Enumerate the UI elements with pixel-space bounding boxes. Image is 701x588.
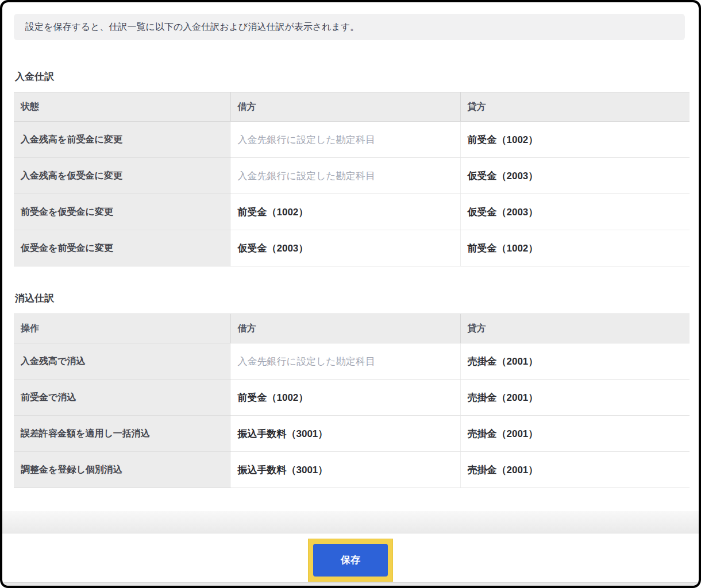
operation-cell: 調整金を登録し個別消込 bbox=[14, 452, 230, 488]
table-row: 前受金を仮受金に変更 前受金（1002） 仮受金（2003） bbox=[14, 194, 690, 230]
table-row: 入金残高を前受金に変更 入金先銀行に設定した勘定科目 前受金（1002） bbox=[14, 122, 690, 158]
settings-confirmation-page: 設定を保存すると、仕訳一覧に以下の入金仕訳および消込仕訳が表示されます。 入金仕… bbox=[0, 0, 701, 588]
operation-cell: 誤差許容金額を適用し一括消込 bbox=[14, 416, 230, 452]
section-title-deposit-journal: 入金仕訳 bbox=[15, 71, 685, 83]
debit-cell: 入金先銀行に設定した勘定科目 bbox=[230, 343, 460, 380]
table-row: 前受金で消込 前受金（1002） 売掛金（2001） bbox=[14, 380, 690, 416]
column-header-operation: 操作 bbox=[14, 314, 230, 343]
credit-cell: 売掛金（2001） bbox=[460, 452, 690, 488]
debit-cell: 振込手数料（3001） bbox=[230, 416, 460, 452]
table-row: 入金残高で消込 入金先銀行に設定した勘定科目 売掛金（2001） bbox=[14, 343, 690, 380]
credit-cell: 売掛金（2001） bbox=[460, 380, 690, 416]
operation-cell: 入金残高で消込 bbox=[14, 343, 230, 380]
table-header-row: 操作 借方 貸方 bbox=[14, 314, 690, 343]
debit-cell: 前受金（1002） bbox=[230, 380, 460, 416]
state-cell: 入金残高を仮受金に変更 bbox=[14, 158, 230, 194]
notice-banner: 設定を保存すると、仕訳一覧に以下の入金仕訳および消込仕訳が表示されます。 bbox=[14, 14, 685, 40]
credit-cell: 前受金（1002） bbox=[460, 230, 690, 266]
notice-text: 設定を保存すると、仕訳一覧に以下の入金仕訳および消込仕訳が表示されます。 bbox=[25, 21, 359, 33]
clearing-journal-table: 操作 借方 貸方 入金残高で消込 入金先銀行に設定した勘定科目 売掛金（2001… bbox=[14, 314, 690, 488]
state-cell: 前受金を仮受金に変更 bbox=[14, 194, 230, 230]
page-content: 設定を保存すると、仕訳一覧に以下の入金仕訳および消込仕訳が表示されます。 入金仕… bbox=[2, 2, 699, 488]
state-cell: 仮受金を前受金に変更 bbox=[14, 230, 230, 266]
deposit-journal-table: 状態 借方 貸方 入金残高を前受金に変更 入金先銀行に設定した勘定科目 前受金（… bbox=[14, 92, 690, 266]
debit-cell: 仮受金（2003） bbox=[230, 230, 460, 266]
debit-cell: 前受金（1002） bbox=[230, 194, 460, 230]
debit-cell: 振込手数料（3001） bbox=[230, 452, 460, 488]
save-button[interactable]: 保存 bbox=[313, 544, 388, 577]
debit-cell: 入金先銀行に設定した勘定科目 bbox=[230, 122, 460, 158]
table-row: 誤差許容金額を適用し一括消込 振込手数料（3001） 売掛金（2001） bbox=[14, 416, 690, 452]
credit-cell: 仮受金（2003） bbox=[460, 158, 690, 194]
column-header-credit: 貸方 bbox=[460, 92, 690, 122]
credit-cell: 仮受金（2003） bbox=[460, 194, 690, 230]
column-header-debit: 借方 bbox=[230, 92, 460, 122]
section-title-clearing-journal: 消込仕訳 bbox=[15, 293, 685, 304]
operation-cell: 前受金で消込 bbox=[14, 380, 230, 416]
debit-cell: 入金先銀行に設定した勘定科目 bbox=[230, 158, 460, 194]
save-button-highlight: 保存 bbox=[308, 539, 393, 582]
credit-cell: 前受金（1002） bbox=[460, 122, 690, 158]
table-header-row: 状態 借方 貸方 bbox=[14, 92, 690, 122]
table-row: 仮受金を前受金に変更 仮受金（2003） 前受金（1002） bbox=[14, 230, 690, 266]
state-cell: 入金残高を前受金に変更 bbox=[14, 122, 230, 158]
bottom-edge-strip bbox=[2, 582, 699, 586]
footer-divider-band bbox=[2, 511, 699, 533]
column-header-credit: 貸方 bbox=[460, 314, 690, 343]
table-row: 調整金を登録し個別消込 振込手数料（3001） 売掛金（2001） bbox=[14, 452, 690, 488]
table-row: 入金残高を仮受金に変更 入金先銀行に設定した勘定科目 仮受金（2003） bbox=[14, 158, 690, 194]
column-header-state: 状態 bbox=[14, 92, 230, 122]
save-button-area: 保存 bbox=[2, 533, 699, 582]
credit-cell: 売掛金（2001） bbox=[460, 343, 690, 380]
credit-cell: 売掛金（2001） bbox=[460, 416, 690, 452]
column-header-debit: 借方 bbox=[230, 314, 460, 343]
